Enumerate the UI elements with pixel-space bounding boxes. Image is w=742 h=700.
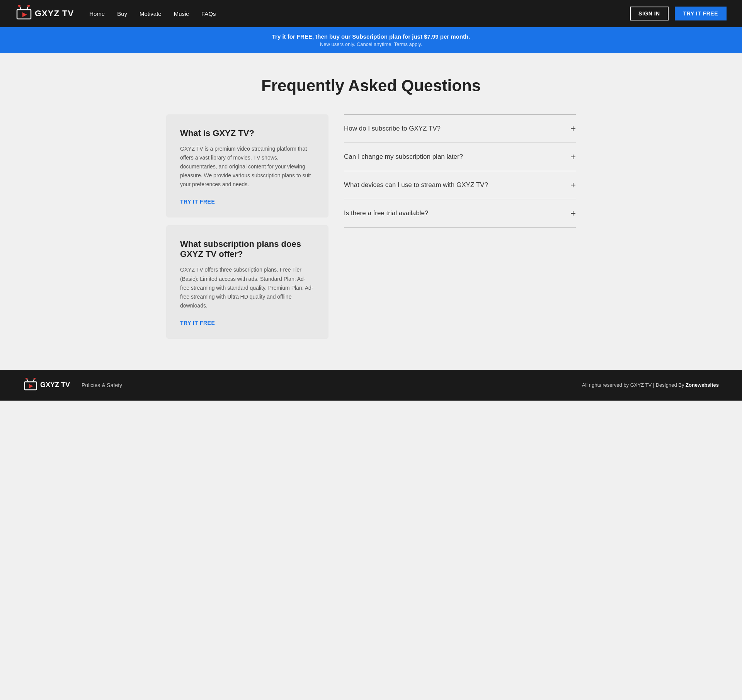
footer-logo[interactable]: GXYZ TV (23, 378, 70, 392)
svg-marker-5 (22, 12, 27, 17)
faq-expand-4-icon: + (570, 208, 576, 219)
faq-grid: What is GXYZ TV? GXYZ TV is a premium vi… (166, 114, 576, 339)
nav-links: Home Buy Motivate Music FAQs (89, 10, 216, 17)
page-title: Frequently Asked Questions (166, 76, 576, 95)
faq-item-3: What devices can I use to stream with GX… (344, 171, 576, 199)
faq-card-2-body: GXYZ TV offers three subscription plans.… (180, 265, 315, 310)
faq-card-1-title: What is GXYZ TV? (180, 128, 315, 138)
signin-button[interactable]: SIGN IN (630, 7, 669, 20)
faq-item-2: Can I change my subscription plan later?… (344, 143, 576, 171)
faq-accordion: How do I subscribe to GXYZ TV? + Can I c… (344, 114, 576, 228)
faq-card-2-title: What subscription plans does GXYZ TV off… (180, 239, 315, 259)
faq-expand-1-icon: + (570, 123, 576, 134)
nav-faqs[interactable]: FAQs (201, 10, 216, 17)
nav-right: SIGN IN TRY IT FREE (630, 7, 727, 20)
faq-card-1-body: GXYZ TV is a premium video streaming pla… (180, 144, 315, 189)
faq-item-4: Is there a free trial available? + (344, 199, 576, 228)
promo-banner: Try it for FREE, then buy our Subscripti… (0, 27, 742, 53)
nav-music[interactable]: Music (174, 10, 189, 17)
faq-question-1[interactable]: How do I subscribe to GXYZ TV? + (344, 123, 576, 134)
footer-copyright: All rights reserved by GXYZ TV | Designe… (582, 382, 719, 388)
faq-expand-3-icon: + (570, 180, 576, 190)
faq-question-2[interactable]: Can I change my subscription plan later?… (344, 151, 576, 162)
nav-buy[interactable]: Buy (117, 10, 127, 17)
faq-card-2-cta[interactable]: TRY IT FREE (180, 320, 215, 326)
nav-left: GXYZ TV Home Buy Motivate Music FAQs (15, 5, 216, 22)
navbar: GXYZ TV Home Buy Motivate Music FAQs SIG… (0, 0, 742, 27)
footer: GXYZ TV Policies & Safety All rights res… (0, 370, 742, 401)
footer-left: GXYZ TV Policies & Safety (23, 378, 122, 392)
faq-question-1-text: How do I subscribe to GXYZ TV? (344, 125, 441, 133)
page-content: Frequently Asked Questions What is GXYZ … (158, 53, 584, 370)
svg-marker-11 (29, 384, 33, 388)
faq-question-3-text: What devices can I use to stream with GX… (344, 181, 488, 189)
logo-icon (15, 5, 32, 22)
faq-question-3[interactable]: What devices can I use to stream with GX… (344, 180, 576, 190)
faq-card-2: What subscription plans does GXYZ TV off… (166, 225, 328, 338)
nav-motivate[interactable]: Motivate (140, 10, 162, 17)
faq-expand-2-icon: + (570, 151, 576, 162)
faq-question-2-text: Can I change my subscription plan later? (344, 153, 463, 161)
banner-main-text: Try it for FREE, then buy our Subscripti… (8, 33, 734, 40)
banner-sub-text: New users only. Cancel anytime. Terms ap… (8, 41, 734, 47)
try-free-button-nav[interactable]: TRY IT FREE (675, 7, 727, 20)
faq-item-1: How do I subscribe to GXYZ TV? + (344, 114, 576, 143)
faq-card-1: What is GXYZ TV? GXYZ TV is a premium vi… (166, 114, 328, 217)
footer-logo-icon (23, 378, 38, 392)
nav-home[interactable]: Home (89, 10, 105, 17)
footer-designer: Zonewebsites (686, 382, 719, 388)
footer-logo-text: GXYZ TV (40, 381, 70, 389)
faq-cards-column: What is GXYZ TV? GXYZ TV is a premium vi… (166, 114, 328, 339)
footer-copyright-text: All rights reserved by GXYZ TV | Designe… (582, 382, 686, 388)
faq-question-4[interactable]: Is there a free trial available? + (344, 208, 576, 219)
logo[interactable]: GXYZ TV (15, 5, 74, 22)
logo-text: GXYZ TV (35, 8, 74, 19)
faq-card-1-cta[interactable]: TRY IT FREE (180, 199, 215, 205)
faq-question-4-text: Is there a free trial available? (344, 209, 428, 217)
footer-policies-link[interactable]: Policies & Safety (82, 382, 122, 388)
